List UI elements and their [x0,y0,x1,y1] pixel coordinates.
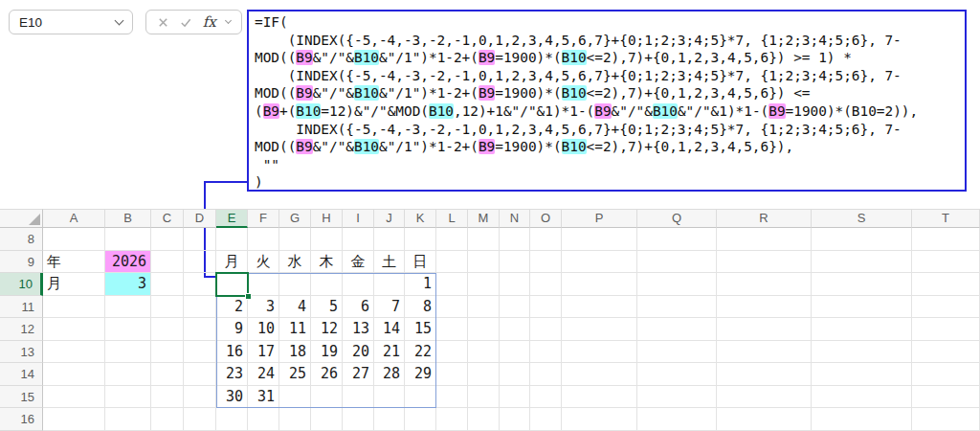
cell-A9[interactable]: 年 [43,251,105,274]
cell-I13[interactable]: 20 [343,341,374,364]
cell-L11[interactable] [436,296,468,319]
column-header-Q[interactable]: Q [637,209,717,228]
cell-C9[interactable] [151,251,184,274]
cell-F16[interactable] [248,408,279,431]
cell-O16[interactable] [530,408,562,431]
cell-T15[interactable] [912,386,980,409]
cell-G9[interactable]: 水 [279,251,311,274]
cell-F10[interactable] [248,273,279,296]
column-header-G[interactable]: G [279,209,311,228]
cell-F15[interactable]: 31 [248,386,279,409]
cell-R13[interactable] [717,341,812,364]
cell-Q10[interactable] [637,273,717,296]
column-header-J[interactable]: J [374,209,405,228]
cell-B9[interactable]: 2026 [105,251,151,274]
cell-A16[interactable] [43,408,105,431]
cell-H10[interactable] [311,273,343,296]
cell-A8[interactable] [43,228,105,251]
cell-L8[interactable] [436,228,468,251]
cell-R15[interactable] [717,386,812,409]
cell-T12[interactable] [912,318,980,341]
cell-M8[interactable] [468,228,500,251]
cell-M10[interactable] [468,273,500,296]
cell-F12[interactable]: 10 [248,318,279,341]
confirm-icon[interactable] [179,16,192,29]
cell-J16[interactable] [374,408,405,431]
cell-R9[interactable] [717,251,812,274]
cell-S11[interactable] [812,296,912,319]
cell-I15[interactable] [343,386,374,409]
cell-N16[interactable] [500,408,530,431]
cell-A15[interactable] [43,386,105,409]
column-header-N[interactable]: N [500,209,530,228]
cell-R16[interactable] [717,408,812,431]
cell-M16[interactable] [468,408,500,431]
cell-I9[interactable]: 金 [343,251,374,274]
cell-S10[interactable] [812,273,912,296]
cell-M13[interactable] [468,341,500,364]
cell-I8[interactable] [343,228,374,251]
cell-H13[interactable]: 19 [311,341,343,364]
cell-D15[interactable] [184,386,216,409]
cell-G11[interactable]: 4 [279,296,311,319]
chevron-down-icon[interactable] [225,16,232,23]
cell-S14[interactable] [812,363,912,386]
cell-H16[interactable] [311,408,343,431]
cell-O14[interactable] [530,363,562,386]
cell-Q14[interactable] [637,363,717,386]
cell-N14[interactable] [500,363,530,386]
row-header-11[interactable]: 11 [0,296,43,319]
cell-T9[interactable] [912,251,980,274]
cell-D9[interactable] [184,251,216,274]
cell-A14[interactable] [43,363,105,386]
cell-J8[interactable] [374,228,405,251]
cell-L12[interactable] [436,318,468,341]
select-all-corner[interactable] [0,209,43,228]
cell-K15[interactable] [405,386,436,409]
cell-H8[interactable] [311,228,343,251]
cell-E12[interactable]: 9 [216,318,248,341]
cell-L10[interactable] [436,273,468,296]
column-header-F[interactable]: F [248,209,279,228]
cell-K11[interactable]: 8 [405,296,436,319]
cell-S15[interactable] [812,386,912,409]
cell-B8[interactable] [105,228,151,251]
cell-N12[interactable] [500,318,530,341]
cell-H12[interactable]: 12 [311,318,343,341]
cell-G16[interactable] [279,408,311,431]
cell-B14[interactable] [105,363,151,386]
cell-G12[interactable]: 11 [279,318,311,341]
cell-L15[interactable] [436,386,468,409]
cell-P8[interactable] [562,228,637,251]
cell-B16[interactable] [105,408,151,431]
column-header-H[interactable]: H [311,209,343,228]
cell-M15[interactable] [468,386,500,409]
cell-I11[interactable]: 6 [343,296,374,319]
cell-E9[interactable]: 月 [216,251,248,274]
cell-P16[interactable] [562,408,637,431]
cell-A10[interactable]: 月 [43,273,105,296]
cell-P12[interactable] [562,318,637,341]
cell-K9[interactable]: 日 [405,251,436,274]
cell-O8[interactable] [530,228,562,251]
cell-J12[interactable]: 14 [374,318,405,341]
cell-J13[interactable]: 21 [374,341,405,364]
cell-C12[interactable] [151,318,184,341]
cell-E16[interactable] [216,408,248,431]
cell-T10[interactable] [912,273,980,296]
cell-O10[interactable] [530,273,562,296]
cell-O9[interactable] [530,251,562,274]
cell-C14[interactable] [151,363,184,386]
cell-O11[interactable] [530,296,562,319]
cell-G8[interactable] [279,228,311,251]
formula-editor[interactable]: =IF( (INDEX({-5,-4,-3,-2,-1,0,1,2,3,4,5,… [247,10,967,192]
cell-N10[interactable] [500,273,530,296]
cell-R10[interactable] [717,273,812,296]
cell-A13[interactable] [43,341,105,364]
cell-H11[interactable]: 5 [311,296,343,319]
cell-E13[interactable]: 16 [216,341,248,364]
cell-E15[interactable]: 30 [216,386,248,409]
cell-D10[interactable] [184,273,216,296]
cell-D12[interactable] [184,318,216,341]
cell-T14[interactable] [912,363,980,386]
